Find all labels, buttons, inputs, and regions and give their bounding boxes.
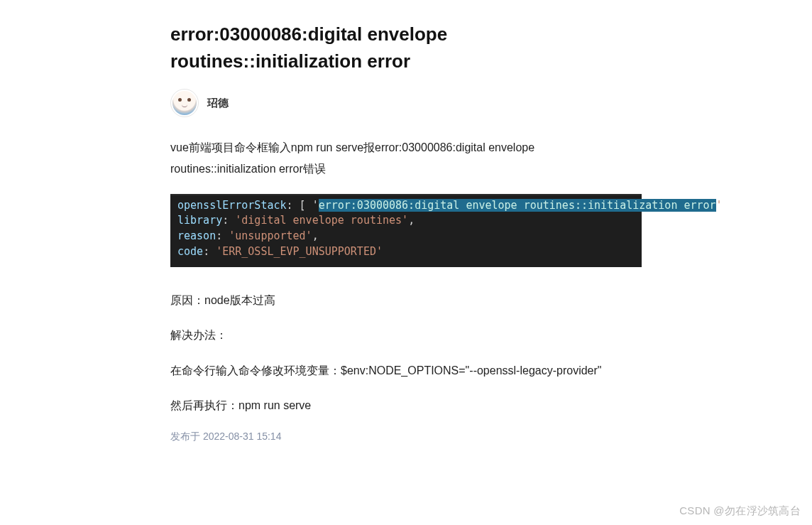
code-selected: error:03000086:digital envelope routines… <box>319 199 716 212</box>
code-text: ' <box>716 199 723 212</box>
code-text: , <box>312 229 319 242</box>
code-string: 'digital envelope routines' <box>235 214 408 227</box>
publish-date: 发布于 2022-08-31 15:14 <box>170 431 642 443</box>
code-text: : <box>222 214 235 227</box>
solution-command: 在命令行输入命令修改环境变量：$env:NODE_OPTIONS="--open… <box>170 360 642 381</box>
watermark: CSDN @勿在浮沙筑高台 <box>679 504 801 518</box>
avatar-image <box>172 91 197 115</box>
code-key: library <box>177 214 222 227</box>
article-container: error:03000086:digital envelope routines… <box>0 0 812 443</box>
code-text: , <box>408 214 415 227</box>
code-block: opensslErrorStack: [ 'error:03000086:dig… <box>170 194 642 267</box>
author-name[interactable]: 玿德 <box>207 97 229 110</box>
then-run: 然后再执行：npm run serve <box>170 395 642 416</box>
article-body: vue前端项目命令框输入npm run serve报error:03000086… <box>170 137 642 443</box>
cause-paragraph: 原因：node版本过高 <box>170 290 642 311</box>
author-row[interactable]: 玿德 <box>170 89 642 117</box>
solution-label: 解决办法： <box>170 325 642 346</box>
code-text: : <box>203 245 216 258</box>
intro-paragraph: vue前端项目命令框输入npm run serve报error:03000086… <box>170 137 642 179</box>
avatar[interactable] <box>170 89 199 117</box>
code-key: reason <box>177 229 216 242</box>
code-string: 'unsupported' <box>229 229 312 242</box>
code-key: code <box>177 245 203 258</box>
code-string: 'ERR_OSSL_EVP_UNSUPPORTED' <box>216 245 383 258</box>
code-key: opensslErrorStack <box>177 199 287 212</box>
article-title: error:03000086:digital envelope routines… <box>170 21 642 75</box>
code-text: : [ ' <box>287 199 319 212</box>
code-text: : <box>216 229 229 242</box>
